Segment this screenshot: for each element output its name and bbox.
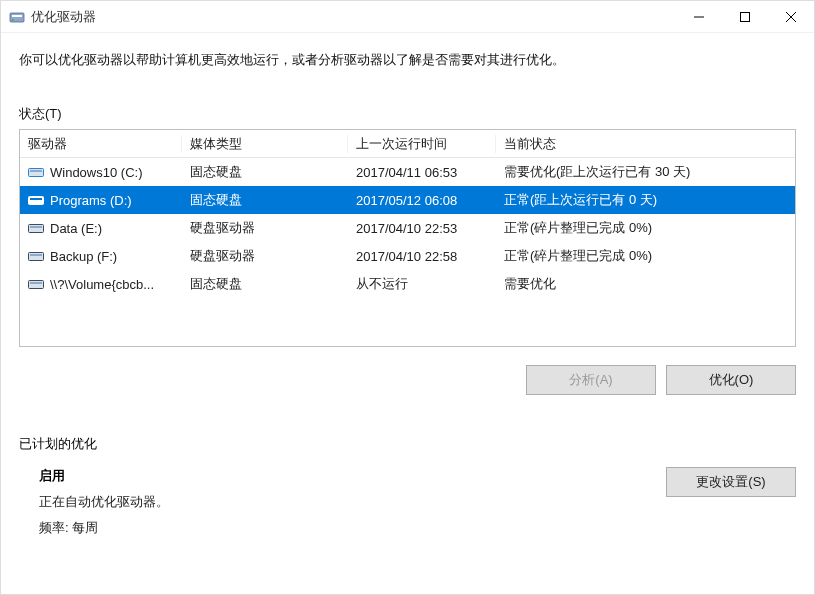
- list-header: 驱动器 媒体类型 上一次运行时间 当前状态: [20, 130, 795, 158]
- drive-lastrun: 2017/04/11 06:53: [348, 165, 496, 180]
- drive-status: 需要优化: [496, 275, 795, 293]
- svg-rect-15: [29, 281, 44, 289]
- schedule-frequency: 频率: 每周: [39, 519, 666, 537]
- drive-icon: [28, 250, 44, 262]
- drive-lastrun: 2017/04/10 22:58: [348, 249, 496, 264]
- maximize-button[interactable]: [722, 1, 768, 33]
- svg-rect-12: [30, 226, 42, 228]
- svg-rect-4: [741, 12, 750, 21]
- drive-lastrun: 2017/04/10 22:53: [348, 221, 496, 236]
- drive-status: 需要优化(距上次运行已有 30 天): [496, 163, 795, 181]
- svg-rect-10: [30, 198, 42, 200]
- col-drive[interactable]: 驱动器: [20, 135, 182, 153]
- drive-media: 固态硬盘: [182, 163, 348, 181]
- drive-media: 固态硬盘: [182, 275, 348, 293]
- svg-rect-7: [29, 169, 44, 177]
- drive-media: 硬盘驱动器: [182, 247, 348, 265]
- drive-icon: [28, 278, 44, 290]
- svg-rect-14: [30, 254, 42, 256]
- description-text: 你可以优化驱动器以帮助计算机更高效地运行，或者分析驱动器以了解是否需要对其进行优…: [19, 51, 796, 69]
- svg-rect-16: [30, 282, 42, 284]
- drive-status: 正常(距上次运行已有 0 天): [496, 191, 795, 209]
- schedule-enabled-label: 启用: [39, 467, 666, 485]
- drive-name: \\?\Volume{cbcb...: [50, 277, 154, 292]
- svg-rect-8: [30, 170, 42, 172]
- svg-rect-9: [29, 197, 44, 205]
- drive-row[interactable]: Windows10 (C:)固态硬盘2017/04/11 06:53需要优化(距…: [20, 158, 795, 186]
- drive-row[interactable]: Backup (F:)硬盘驱动器2017/04/10 22:58正常(碎片整理已…: [20, 242, 795, 270]
- col-lastrun[interactable]: 上一次运行时间: [348, 135, 496, 153]
- drive-lastrun: 从不运行: [348, 275, 496, 293]
- drive-icon: [28, 222, 44, 234]
- change-settings-button[interactable]: 更改设置(S): [666, 467, 796, 497]
- drive-icon: [28, 194, 44, 206]
- optimize-button[interactable]: 优化(O): [666, 365, 796, 395]
- drive-row[interactable]: Programs (D:)固态硬盘2017/05/12 06:08正常(距上次运…: [20, 186, 795, 214]
- titlebar: 优化驱动器: [1, 1, 814, 33]
- schedule-status-text: 正在自动优化驱动器。: [39, 493, 666, 511]
- drive-name: Programs (D:): [50, 193, 132, 208]
- col-media[interactable]: 媒体类型: [182, 135, 348, 153]
- col-current[interactable]: 当前状态: [496, 135, 795, 153]
- close-button[interactable]: [768, 1, 814, 33]
- svg-rect-1: [12, 15, 22, 17]
- app-icon: [9, 9, 25, 25]
- svg-point-2: [12, 19, 14, 21]
- drive-media: 硬盘驱动器: [182, 219, 348, 237]
- analyze-button[interactable]: 分析(A): [526, 365, 656, 395]
- svg-rect-13: [29, 253, 44, 261]
- drive-lastrun: 2017/05/12 06:08: [348, 193, 496, 208]
- drive-status: 正常(碎片整理已完成 0%): [496, 247, 795, 265]
- status-label: 状态(T): [19, 105, 796, 123]
- drive-status: 正常(碎片整理已完成 0%): [496, 219, 795, 237]
- window-title: 优化驱动器: [31, 8, 96, 26]
- drive-media: 固态硬盘: [182, 191, 348, 209]
- minimize-button[interactable]: [676, 1, 722, 33]
- svg-rect-0: [10, 13, 24, 22]
- drive-name: Backup (F:): [50, 249, 117, 264]
- drive-list[interactable]: 驱动器 媒体类型 上一次运行时间 当前状态 Windows10 (C:)固态硬盘…: [19, 129, 796, 347]
- drive-row[interactable]: Data (E:)硬盘驱动器2017/04/10 22:53正常(碎片整理已完成…: [20, 214, 795, 242]
- svg-rect-11: [29, 225, 44, 233]
- scheduled-section-label: 已计划的优化: [19, 435, 796, 453]
- drive-name: Data (E:): [50, 221, 102, 236]
- drive-row[interactable]: \\?\Volume{cbcb...固态硬盘从不运行需要优化: [20, 270, 795, 298]
- os-drive-icon: [28, 166, 44, 178]
- drive-name: Windows10 (C:): [50, 165, 142, 180]
